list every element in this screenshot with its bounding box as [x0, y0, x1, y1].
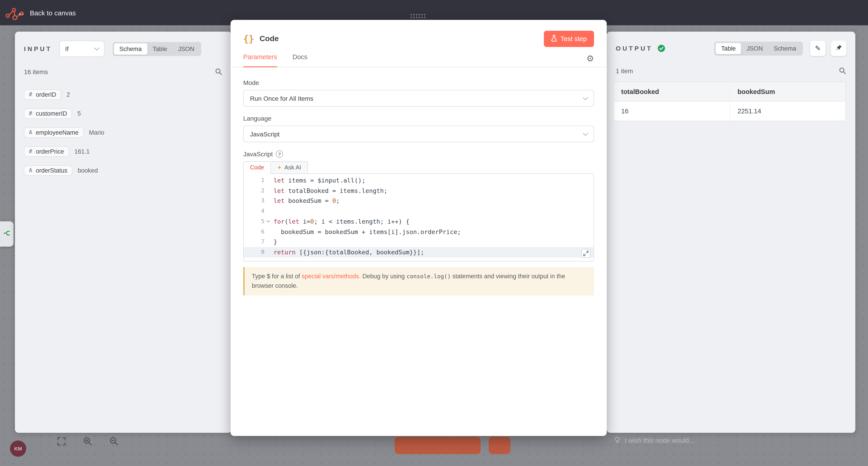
node-feedback-prompt[interactable]: I wish this node would...	[614, 436, 694, 444]
canvas-zoom-controls	[56, 436, 119, 447]
fold-gutter-icon	[265, 237, 272, 247]
schema-field-pill[interactable]: AemployeeName	[24, 127, 84, 138]
schema-row-customerID: #customerID5	[24, 107, 222, 120]
back-to-canvas-button[interactable]: ← Back to canvas	[17, 0, 76, 25]
code-line-6[interactable]: 6 bookedSum = bookedSum + items[i].json.…	[244, 227, 594, 237]
code-node-icon: {}	[243, 33, 254, 44]
edit-output-button[interactable]: ✎	[810, 41, 826, 56]
code-line-4[interactable]: 4	[244, 206, 594, 216]
fold-gutter-icon[interactable]	[265, 217, 272, 227]
language-select[interactable]: JavaScript	[243, 126, 594, 142]
test-step-label: Test step	[561, 35, 587, 42]
modal-tab-docs[interactable]: Docs	[292, 53, 307, 67]
user-avatar[interactable]: KM	[10, 440, 26, 457]
canvas-test-workflow-button[interactable]	[395, 437, 480, 454]
flask-icon	[551, 35, 557, 43]
code-editor[interactable]: 1let items = $input.all();2let totalBook…	[243, 173, 594, 261]
schema-field-name: orderPrice	[36, 148, 64, 155]
input-tab-schema[interactable]: Schema	[114, 43, 147, 55]
chevron-down-icon	[583, 95, 588, 100]
schema-field-value: 5	[78, 110, 81, 117]
success-check-icon	[657, 44, 665, 53]
code-line-1[interactable]: 1let items = $input.all();	[244, 175, 594, 186]
fold-gutter-icon	[265, 247, 272, 257]
schema-field-pill[interactable]: AorderStatus	[24, 165, 72, 175]
modal-tab-bar: ParametersDocs ⚙	[230, 53, 607, 67]
if-node-edge[interactable]	[0, 221, 13, 247]
editor-label-row: JavaScript ?	[243, 151, 594, 158]
input-tab-table[interactable]: Table	[147, 43, 173, 55]
chevron-down-icon	[583, 131, 588, 136]
editor-tab-bar: Code✦Ask AI	[243, 161, 594, 174]
editor-tab-code[interactable]: Code	[243, 161, 271, 174]
input-source-select[interactable]: If	[59, 41, 104, 57]
ndv-drag-handle[interactable]	[410, 14, 426, 18]
line-number: 5	[244, 217, 265, 227]
mode-label: Mode	[243, 79, 594, 86]
schema-field-pill[interactable]: #customerID	[24, 108, 72, 119]
code-text: let items = $input.all();	[272, 175, 594, 186]
table-cell: 2251.14	[730, 101, 845, 121]
expand-editor-icon[interactable]	[581, 249, 590, 258]
string-type-icon: A	[29, 129, 32, 136]
table-row[interactable]: 162251.14	[614, 101, 845, 121]
code-line-7[interactable]: 7}	[244, 237, 594, 247]
editor-hint-box: Type $ for a list of special vars/method…	[243, 267, 594, 296]
editor-tab-ask-ai[interactable]: ✦Ask AI	[271, 161, 308, 174]
special-vars-link[interactable]: special vars/methods.	[302, 273, 361, 279]
line-number: 1	[244, 175, 265, 186]
code-line-8[interactable]: 8return [{json:{totalBooked, bookedSum}}…	[244, 247, 594, 257]
code-line-3[interactable]: 3let bookedSum = 0;	[244, 196, 594, 206]
schema-row-orderPrice: #orderPrice161.1	[24, 145, 222, 158]
code-line-2[interactable]: 2let totalBooked = items.length;	[244, 186, 594, 196]
line-number: 7	[244, 237, 265, 247]
hint-text-pre: Type $ for a list of	[252, 273, 302, 279]
pin-data-button[interactable]	[831, 41, 846, 56]
fold-gutter-icon	[265, 206, 272, 216]
node-settings-gear-icon[interactable]: ⚙	[586, 54, 594, 67]
pin-icon	[835, 44, 842, 53]
if-node-icon	[3, 230, 10, 238]
output-tab-table[interactable]: Table	[716, 43, 741, 54]
schema-field-pill[interactable]: #orderPrice	[24, 146, 69, 157]
language-label: Language	[243, 115, 594, 122]
output-search-icon[interactable]	[839, 67, 846, 74]
input-tab-json[interactable]: JSON	[173, 43, 200, 55]
code-line-5[interactable]: 5for(let i=0; i < items.length; i++) {	[244, 217, 594, 227]
schema-field-pill[interactable]: #orderID	[24, 89, 61, 100]
test-step-button[interactable]: Test step	[544, 31, 594, 47]
line-number: 4	[244, 206, 265, 216]
table-cell: 16	[614, 101, 730, 121]
output-panel-header: OUTPUT TableJSONSchema ✎	[607, 32, 855, 56]
zoom-out-button[interactable]	[108, 436, 119, 447]
input-search-icon[interactable]	[215, 68, 222, 75]
output-col-bookedSum: bookedSum	[730, 82, 845, 101]
screen: KM I wish this node would... ← Back to c…	[0, 0, 868, 466]
mode-select[interactable]: Run Once for All Items	[243, 90, 594, 107]
input-panel-header: INPUT If SchemaTableJSON	[15, 32, 231, 57]
help-icon[interactable]: ?	[276, 151, 283, 158]
fold-gutter-icon	[265, 186, 272, 196]
zoom-to-fit-button[interactable]	[56, 436, 67, 447]
line-number: 3	[244, 196, 265, 206]
language-value: JavaScript	[250, 130, 280, 138]
schema-field-value: booked	[78, 167, 98, 174]
output-items-row: 1 item	[607, 67, 855, 74]
pencil-icon: ✎	[815, 44, 820, 53]
output-table: totalBookedbookedSum 162251.14	[614, 82, 846, 121]
zoom-in-button[interactable]	[82, 436, 93, 447]
modal-tab-parameters[interactable]: Parameters	[243, 53, 277, 67]
number-type-icon: #	[29, 148, 32, 155]
output-items-count: 1 item	[616, 67, 633, 74]
input-panel: INPUT If SchemaTableJSON 16 items #order…	[15, 32, 231, 433]
node-title[interactable]: Code	[259, 34, 279, 43]
output-panel: OUTPUT TableJSONSchema ✎ 1 item totalBoo…	[607, 32, 855, 433]
schema-row-orderID: #orderID2	[24, 88, 222, 101]
input-items-count: 16 items	[24, 68, 48, 75]
schema-row-orderStatus: AorderStatusbooked	[24, 164, 222, 177]
input-panel-title: INPUT	[24, 45, 52, 53]
canvas-secondary-button[interactable]	[489, 437, 510, 454]
schema-field-name: customerID	[36, 110, 67, 117]
output-tab-json[interactable]: JSON	[741, 43, 768, 54]
output-tab-schema[interactable]: Schema	[768, 43, 802, 54]
